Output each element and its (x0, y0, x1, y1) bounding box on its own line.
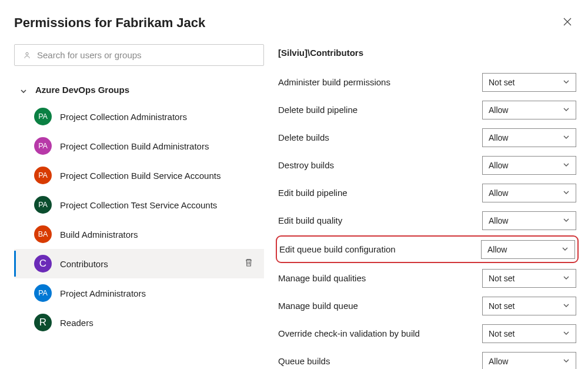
permission-row: Manage build queueNot set (278, 292, 576, 320)
group-name-label: Readers (60, 318, 256, 328)
permission-dropdown[interactable]: Allow (482, 156, 576, 175)
permission-label: Manage build qualities (278, 273, 366, 283)
permission-value: Allow (489, 216, 508, 225)
permission-dropdown[interactable]: Allow (482, 101, 576, 119)
permission-dropdown[interactable]: Allow (482, 211, 576, 230)
permission-row: Queue buildsAllow (278, 347, 576, 369)
permission-row: Administer build permissionsNot set (278, 68, 576, 96)
group-item[interactable]: BABuild Administrators (14, 220, 264, 249)
avatar: PA (34, 284, 52, 302)
permission-label: Delete build pipeline (278, 105, 358, 115)
permission-row: Destroy buildsAllow (278, 151, 576, 179)
group-name-label: Build Administrators (60, 230, 256, 240)
avatar: PA (34, 137, 52, 155)
groups-section-title: Azure DevOps Groups (35, 85, 129, 95)
permission-label: Edit build pipeline (278, 188, 348, 198)
chevron-down-icon (563, 301, 570, 311)
permission-value: Allow (489, 161, 508, 170)
svg-point-0 (26, 52, 28, 55)
permission-value: Allow (487, 245, 507, 254)
group-item[interactable]: PAProject Collection Build Administrator… (14, 131, 264, 161)
page-title: Permissions for Fabrikam Jack (14, 15, 205, 31)
permission-row: Edit build pipelineAllow (278, 179, 576, 207)
group-item[interactable]: PAProject Collection Test Service Accoun… (14, 190, 264, 220)
group-name-label: Project Administrators (60, 288, 256, 298)
trash-icon[interactable] (242, 255, 256, 272)
close-icon[interactable] (559, 14, 576, 31)
group-item[interactable]: RReaders (14, 308, 264, 337)
permission-value: Not set (489, 329, 514, 338)
permission-label: Destroy builds (278, 160, 334, 170)
group-name-label: Project Collection Build Administrators (60, 141, 256, 151)
permission-label: Edit queue build configuration (279, 244, 396, 254)
chevron-down-icon (563, 273, 570, 284)
permission-value: Allow (489, 188, 508, 198)
permission-value: Allow (489, 357, 508, 366)
person-icon (23, 51, 31, 59)
chevron-down-icon (563, 188, 570, 198)
permission-label: Delete builds (278, 132, 329, 142)
permission-dropdown[interactable]: Allow (482, 184, 576, 202)
group-item[interactable]: PAProject Administrators (14, 278, 264, 308)
chevron-down-icon (563, 77, 570, 88)
selected-group-title: [Silviu]\Contributors (278, 44, 576, 58)
permission-row: Override check-in validation by buildNot… (278, 320, 576, 347)
permission-value: Not set (489, 78, 514, 87)
group-name-label: Project Collection Test Service Accounts (60, 200, 256, 210)
permission-dropdown[interactable]: Allow (481, 240, 575, 259)
permission-row: Edit build qualityAllow (278, 207, 576, 234)
chevron-down-icon (563, 105, 570, 115)
permission-dropdown[interactable]: Not set (482, 269, 576, 288)
permission-value: Allow (489, 105, 508, 115)
permission-dropdown[interactable]: Not set (482, 324, 576, 343)
avatar: PA (34, 196, 52, 214)
group-item[interactable]: PAProject Collection Administrators (14, 102, 264, 131)
groups-section-header[interactable]: Azure DevOps Groups (14, 79, 264, 101)
permissions-panel: [Silviu]\Contributors Administer build p… (278, 44, 576, 369)
chevron-down-icon (563, 215, 570, 226)
permission-row: Delete buildsAllow (278, 124, 576, 151)
avatar: C (34, 255, 52, 272)
avatar: PA (34, 108, 52, 125)
chevron-down-icon (20, 87, 27, 94)
avatar: R (34, 314, 52, 331)
groups-panel: Azure DevOps Groups PAProject Collection… (14, 44, 264, 369)
permission-label: Manage build queue (278, 301, 358, 311)
chevron-down-icon (563, 356, 570, 367)
permission-dropdown[interactable]: Not set (482, 73, 576, 92)
search-input[interactable] (37, 50, 255, 60)
group-item[interactable]: PAProject Collection Build Service Accou… (14, 161, 264, 190)
permission-row: Manage build qualitiesNot set (278, 264, 576, 292)
permission-value: Not set (489, 301, 514, 311)
chevron-down-icon (563, 160, 570, 171)
highlighted-permission: Edit queue build configurationAllow (276, 235, 579, 263)
group-name-label: Contributors (60, 259, 233, 269)
avatar: PA (34, 167, 52, 184)
permission-value: Not set (489, 274, 514, 283)
avatar: BA (34, 225, 52, 243)
permission-dropdown[interactable]: Not set (482, 297, 576, 315)
permission-row: Edit queue build configurationAllow (279, 240, 575, 259)
chevron-down-icon (563, 132, 570, 143)
group-item[interactable]: CContributors (14, 249, 264, 278)
permission-label: Queue builds (278, 356, 330, 366)
permission-dropdown[interactable]: Allow (482, 352, 576, 370)
permission-label: Override check-in validation by build (278, 328, 420, 338)
permission-row: Delete build pipelineAllow (278, 96, 576, 124)
permission-dropdown[interactable]: Allow (482, 128, 576, 147)
permission-value: Allow (489, 133, 508, 142)
group-name-label: Project Collection Build Service Account… (60, 171, 256, 181)
group-name-label: Project Collection Administrators (60, 112, 256, 122)
chevron-down-icon (563, 328, 570, 339)
chevron-down-icon (562, 244, 569, 255)
permission-label: Administer build permissions (278, 77, 390, 87)
search-input-container[interactable] (14, 44, 264, 66)
permission-label: Edit build quality (278, 215, 342, 225)
